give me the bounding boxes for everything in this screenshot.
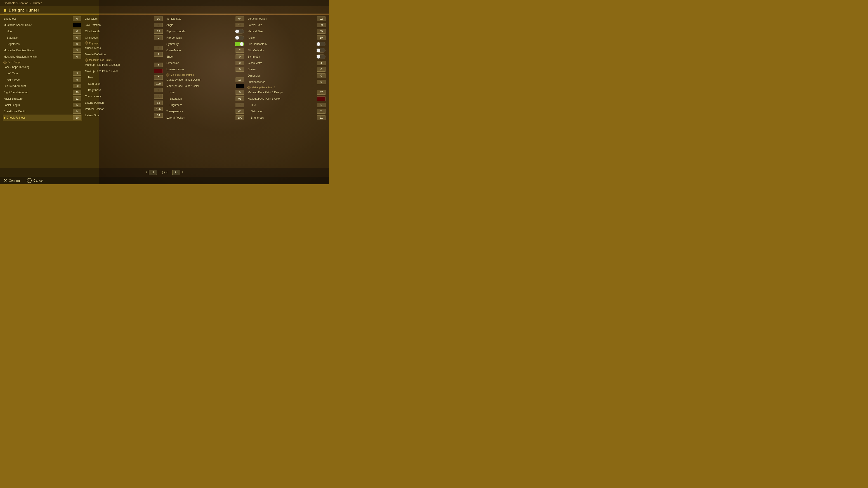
row-right-blend-amount: Right Blend Amount 40 xyxy=(3,89,82,96)
value-brightness-makeup3[interactable]: 21 xyxy=(317,116,326,120)
value-makeup2-design[interactable]: 17 xyxy=(236,77,244,82)
value-muscle-definition[interactable]: 7 xyxy=(154,52,163,57)
l1-label: L1 xyxy=(151,171,154,174)
value-brightness-top[interactable]: 0 xyxy=(73,17,81,21)
value-right-blend-amount[interactable]: 40 xyxy=(73,90,81,95)
value-lateral-position-makeup1[interactable]: 82 xyxy=(154,101,163,105)
row-brightness-makeup2: Brightness 7 xyxy=(165,102,245,108)
prev-nav-btn[interactable]: 《 L1 xyxy=(145,170,157,175)
value-lateral-size-makeup1[interactable]: 64 xyxy=(154,113,163,118)
value-saturation-1[interactable]: 0 xyxy=(73,35,81,40)
value-transparency-makeup2[interactable]: 48 xyxy=(236,109,244,113)
value-saturation-makeup3[interactable]: 81 xyxy=(317,109,326,113)
row-hue-makeup3: Hue 6 xyxy=(247,102,327,108)
circle-icon: ○ xyxy=(27,178,32,183)
row-dimension-c3: Dimension 0 xyxy=(165,60,245,66)
row-jaw-rotation: Jaw Rotation 6 xyxy=(84,22,164,28)
value-facial-structure[interactable]: 11 xyxy=(73,96,81,101)
value-left-type[interactable]: 9 xyxy=(73,71,81,76)
value-mustache-gradient-intensity[interactable]: 0 xyxy=(73,55,81,59)
value-vertical-size-c4[interactable]: 69 xyxy=(317,29,326,34)
value-jaw-width[interactable]: 10 xyxy=(154,17,163,21)
value-brightness-makeup1[interactable]: 9 xyxy=(154,88,163,92)
bottom-nav: 《 L1 3 / 4 R1 》 xyxy=(0,168,329,177)
label-transparency-makeup1: Transparency xyxy=(85,95,154,98)
color-makeup1[interactable] xyxy=(154,69,163,73)
physique-label: Physique xyxy=(89,42,99,44)
makeup-1-label: Makeup/Face Paint 1 xyxy=(89,59,113,61)
l1-btn[interactable]: L1 xyxy=(149,170,157,175)
label-mustache-gradient-ratio: Mustache Gradient Ratio xyxy=(4,49,73,52)
value-hue-makeup3[interactable]: 6 xyxy=(317,103,326,107)
value-angle-c4[interactable]: 10 xyxy=(317,35,326,40)
label-vertical-size-c4: Vertical Size xyxy=(248,30,317,33)
toggle-symmetry-c4[interactable] xyxy=(316,55,326,59)
value-gloss-matte-c3[interactable]: 2 xyxy=(236,48,244,53)
value-makeup3-design[interactable]: 37 xyxy=(317,90,326,95)
breadcrumb-chevron: › xyxy=(30,2,31,5)
color-makeup3[interactable] xyxy=(317,96,326,101)
value-facial-length[interactable]: 5 xyxy=(73,103,81,107)
label-right-blend-amount: Right Blend Amount xyxy=(4,91,73,94)
row-chin-depth: Chin Depth 9 xyxy=(84,35,164,41)
cancel-button[interactable]: ○ Cancel xyxy=(27,178,43,183)
confirm-button[interactable]: ✕ Confirm xyxy=(4,178,20,183)
value-luminescence-c4[interactable]: 0 xyxy=(317,80,326,84)
label-saturation-makeup2: Saturation xyxy=(166,97,236,100)
breadcrumb: Character Creation › Hunter xyxy=(0,0,329,6)
value-saturation-makeup1[interactable]: 100 xyxy=(154,82,163,86)
row-muscle-mass: Muscle Mass 0 xyxy=(84,45,164,51)
value-cheekbone-depth[interactable]: 14 xyxy=(73,109,81,113)
color-mustache-accent[interactable] xyxy=(73,23,81,27)
row-hue-1: Hue 0 xyxy=(3,28,82,35)
label-vertical-position-makeup1: Vertical Position xyxy=(85,107,154,111)
value-mustache-gradient-ratio[interactable]: 5 xyxy=(73,48,81,53)
color-makeup2[interactable] xyxy=(236,84,244,88)
value-sheen-c3[interactable]: 0 xyxy=(236,55,244,59)
label-saturation-1: Saturation xyxy=(4,36,73,39)
value-makeup1-design[interactable]: 5 xyxy=(154,63,163,67)
r1-btn[interactable]: R1 xyxy=(172,170,180,175)
row-luminescence-c3: Luminescence 0 xyxy=(165,66,245,72)
value-brightness-makeup2[interactable]: 7 xyxy=(236,103,244,107)
label-hue-1: Hue xyxy=(4,30,73,33)
value-chin-depth[interactable]: 9 xyxy=(154,35,163,40)
toggle-flip-h-c4[interactable] xyxy=(316,42,326,46)
next-nav-btn[interactable]: R1 》 xyxy=(172,170,185,175)
value-brightness-1[interactable]: 0 xyxy=(73,42,81,46)
row-vertical-size-c3: Vertical Size 64 xyxy=(165,15,245,22)
value-hue-makeup1[interactable]: 0 xyxy=(154,75,163,80)
label-sheen-c3: Sheen xyxy=(166,55,236,58)
value-left-blend-amount[interactable]: 50 xyxy=(73,84,81,88)
toggle-flip-v-c3[interactable] xyxy=(235,35,244,40)
label-hue-makeup3: Hue xyxy=(248,103,317,107)
value-hue-1[interactable]: 0 xyxy=(73,29,81,34)
row-transparency-makeup2: Transparency 48 xyxy=(165,108,245,115)
value-hue-makeup2[interactable]: 0 xyxy=(236,90,244,95)
value-saturation-makeup2[interactable]: 95 xyxy=(236,96,244,101)
section-makeup-2: Makeup/Face Paint 2 xyxy=(165,72,245,76)
toggle-flip-h-c3[interactable] xyxy=(235,29,244,34)
value-jaw-rotation[interactable]: 6 xyxy=(154,23,163,27)
value-lateral-position-makeup2[interactable]: 100 xyxy=(236,116,244,120)
value-vertical-size-c3[interactable]: 64 xyxy=(236,17,244,21)
row-muscle-definition: Muscle Definition 7 xyxy=(84,51,164,58)
value-dimension-c4[interactable]: 0 xyxy=(317,73,326,78)
value-lateral-size-c4[interactable]: 69 xyxy=(317,23,326,27)
value-luminescence-c3[interactable]: 0 xyxy=(236,67,244,72)
value-cheek-fullness[interactable]: 10 xyxy=(73,116,81,120)
value-transparency-makeup1[interactable]: 41 xyxy=(154,94,163,99)
value-sheen-c4[interactable]: 0 xyxy=(317,67,326,72)
value-right-type[interactable]: 5 xyxy=(73,77,81,82)
value-vertical-position-makeup1[interactable]: 126 xyxy=(154,107,163,111)
value-angle-c3[interactable]: 10 xyxy=(236,23,244,27)
value-muscle-mass[interactable]: 0 xyxy=(154,46,163,51)
toggle-flip-v-c4[interactable] xyxy=(316,48,326,53)
toggle-symmetry-c3[interactable] xyxy=(235,42,244,46)
value-dimension-c3[interactable]: 0 xyxy=(236,61,244,65)
value-chin-length[interactable]: 13 xyxy=(154,29,163,34)
label-lateral-size-makeup1: Lateral Size xyxy=(85,114,154,117)
value-gloss-matte-c4[interactable]: 4 xyxy=(317,61,326,65)
row-flip-h-c3: Flip Horizontally xyxy=(165,28,245,35)
value-vertical-position-c4[interactable]: 92 xyxy=(317,17,326,21)
